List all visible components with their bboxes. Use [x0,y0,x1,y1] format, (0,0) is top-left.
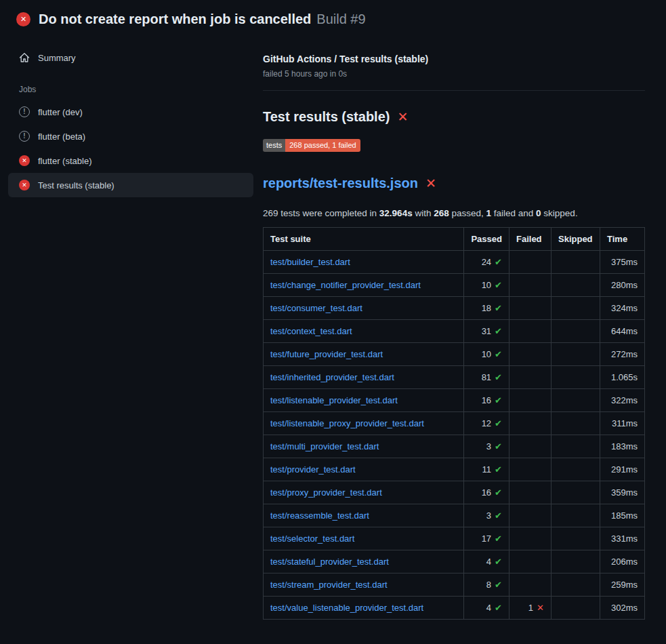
table-row: test/proxy_provider_test.dart 16✔ ✕ 359m… [264,481,645,504]
sidebar-job-item[interactable]: ✕ flutter (stable) [8,148,253,173]
run-header: ✕ Do not create report when job is cance… [0,0,666,36]
time-cell: 359ms [600,481,645,504]
suite-link[interactable]: test/listenable_proxy_provider_test.dart [270,418,424,428]
table-row: test/stream_provider_test.dart 8✔ ✕ 259m… [264,573,645,597]
check-icon: ✔ [495,487,502,498]
check-icon: ✔ [495,303,502,313]
skipped-cell [551,320,600,343]
time-cell: 375ms [600,251,645,274]
suite-link[interactable]: test/proxy_provider_test.dart [270,487,382,498]
failed-cell: ✕ [509,435,551,458]
table-row: test/future_provider_test.dart 10✔ ✕ 272… [264,343,645,366]
passed-cell: 10✔ [464,343,509,366]
tests-badge-label: tests [263,139,285,152]
suite-link[interactable]: test/change_notifier_provider_test.dart [270,280,421,290]
suite-link[interactable]: test/value_listenable_provider_test.dart [270,603,423,613]
sidebar-job-item[interactable]: ✕ Test results (stable) [8,173,253,197]
failed-cell: ✕ [509,412,551,435]
failed-cell: ✕ [509,251,551,274]
x-icon: ✕ [425,177,436,190]
time-cell: 331ms [600,527,645,550]
time-cell: 259ms [600,573,645,597]
x-circle-icon: ✕ [16,12,30,26]
sidebar-summary-label: Summary [38,53,76,63]
x-circle-icon: ✕ [19,155,30,166]
sidebar-job-item[interactable]: ! flutter (beta) [8,124,253,148]
suite-link[interactable]: test/stream_provider_test.dart [270,580,388,590]
suite-link[interactable]: test/provider_test.dart [270,464,356,475]
sidebar-job-item[interactable]: ! flutter (dev) [8,100,253,124]
report-heading: reports/test-results.json ✕ [263,176,645,191]
skipped-cell [551,435,600,458]
suite-link[interactable]: test/future_provider_test.dart [270,349,383,359]
passed-cell: 31✔ [464,320,509,343]
check-icon: ✔ [495,534,502,544]
main-content: GitHub Actions / Test results (stable) f… [263,36,666,620]
table-row: test/listenable_provider_test.dart 16✔ ✕… [264,389,645,412]
suite-link[interactable]: test/listenable_provider_test.dart [270,395,398,405]
suite-link[interactable]: test/consumer_test.dart [270,303,362,313]
failed-cell: ✕ [509,366,551,389]
divider [263,90,645,91]
failed-cell: ✕ [509,274,551,297]
passed-cell: 18✔ [464,297,509,320]
header-passed: Passed [464,228,509,251]
suite-link[interactable]: test/context_test.dart [270,326,352,336]
check-icon: ✔ [495,280,502,290]
check-icon: ✔ [495,441,502,451]
suite-link[interactable]: test/selector_test.dart [270,534,354,544]
failed-cell: ✕ [509,297,551,320]
header-test-suite: Test suite [264,228,464,251]
skipped-cell [551,412,600,435]
job-label: flutter (beta) [38,132,85,142]
suite-link[interactable]: test/stateful_provider_test.dart [270,557,389,567]
check-icon: ✔ [495,257,502,267]
section-title: Test results (stable) ✕ [263,109,645,125]
check-icon: ✔ [495,580,502,590]
passed-cell: 4✔ [464,597,509,620]
table-row: test/context_test.dart 31✔ ✕ 644ms [264,320,645,343]
check-icon: ✔ [495,557,502,567]
warning-icon: ! [19,106,30,117]
check-icon: ✔ [495,603,502,613]
sidebar-jobs: ! flutter (dev) ! flutter (beta) ✕ flutt… [8,100,253,197]
passed-cell: 16✔ [464,481,509,504]
check-icon: ✔ [495,372,502,382]
skipped-cell [551,527,600,550]
skipped-cell [551,458,600,481]
suite-link[interactable]: test/multi_provider_test.dart [270,441,379,451]
sidebar: Summary Jobs ! flutter (dev) ! flutter (… [0,36,263,197]
breadcrumb: GitHub Actions / Test results (stable) [263,54,645,64]
job-label: Test results (stable) [38,180,115,190]
passed-cell: 81✔ [464,366,509,389]
check-icon: ✔ [495,418,502,428]
failed-cell: ✕ [509,320,551,343]
suite-link[interactable]: test/builder_test.dart [270,257,350,267]
report-link[interactable]: reports/test-results.json [263,176,418,191]
failed-cell: ✕ [509,389,551,412]
passed-cell: 17✔ [464,527,509,550]
tests-badge-value: 268 passed, 1 failed [285,139,360,152]
skipped-cell [551,504,600,527]
x-icon: ✕ [537,603,544,613]
suite-link[interactable]: test/reassemble_test.dart [270,510,369,521]
table-header-row: Test suite Passed Failed Skipped Time [264,228,645,251]
job-label: flutter (dev) [38,107,83,117]
skipped-cell [551,366,600,389]
time-cell: 324ms [600,297,645,320]
header-time: Time [600,228,645,251]
sidebar-item-summary[interactable]: Summary [8,45,253,70]
failed-cell: ✕ [509,458,551,481]
passed-cell: 4✔ [464,550,509,573]
table-row: test/value_listenable_provider_test.dart… [264,597,645,620]
jobs-section-label: Jobs [8,70,253,100]
run-title: Do not create report when job is cancell… [39,12,311,27]
skipped-cell [551,481,600,504]
table-row: test/inherited_provider_test.dart 81✔ ✕ … [264,366,645,389]
failed-cell: ✕ [509,573,551,597]
skipped-cell [551,251,600,274]
time-cell: 183ms [600,435,645,458]
suite-link[interactable]: test/inherited_provider_test.dart [270,372,394,382]
skipped-cell [551,274,600,297]
x-icon: ✕ [397,110,408,123]
